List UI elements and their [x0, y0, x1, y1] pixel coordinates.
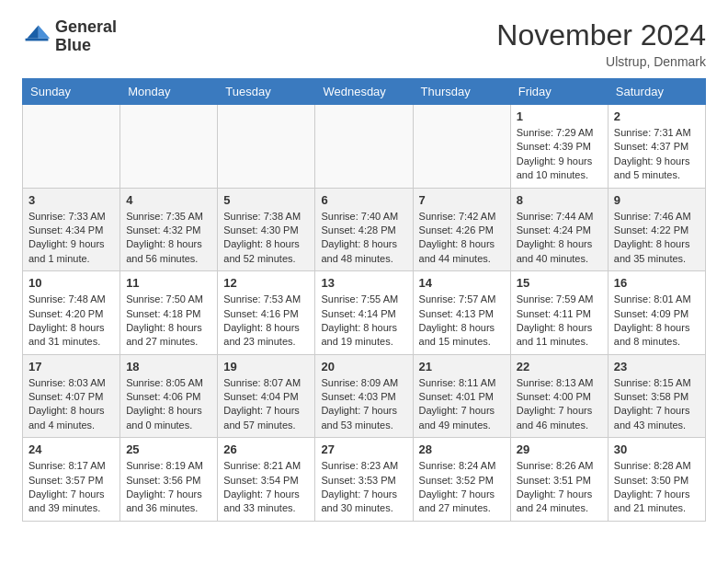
day-info: Sunrise: 7:31 AM Sunset: 4:37 PM Dayligh…: [614, 126, 700, 183]
logo-icon: [22, 22, 51, 52]
day-info: Sunrise: 7:38 AM Sunset: 4:30 PM Dayligh…: [223, 210, 309, 267]
location: Ulstrup, Denmark: [496, 54, 706, 69]
logo-line2: Blue: [55, 37, 117, 55]
day-info: Sunrise: 7:48 AM Sunset: 4:20 PM Dayligh…: [28, 293, 114, 350]
calendar-cell: 3Sunrise: 7:33 AM Sunset: 4:34 PM Daylig…: [23, 188, 120, 271]
day-info: Sunrise: 8:17 AM Sunset: 3:57 PM Dayligh…: [28, 459, 114, 516]
day-number: 15: [517, 276, 602, 290]
day-info: Sunrise: 8:13 AM Sunset: 4:00 PM Dayligh…: [517, 376, 602, 433]
day-info: Sunrise: 7:57 AM Sunset: 4:13 PM Dayligh…: [419, 293, 505, 350]
month-title: November 2024: [496, 18, 706, 52]
calendar-cell: 9Sunrise: 7:46 AM Sunset: 4:22 PM Daylig…: [608, 188, 705, 271]
day-number: 28: [419, 442, 505, 456]
day-info: Sunrise: 7:40 AM Sunset: 4:28 PM Dayligh…: [321, 210, 406, 267]
header: General Blue November 2024 Ulstrup, Denm…: [22, 18, 706, 69]
day-number: 9: [614, 193, 700, 207]
weekday-header: Saturday: [608, 79, 705, 105]
calendar-cell: 30Sunrise: 8:28 AM Sunset: 3:50 PM Dayli…: [608, 438, 705, 522]
day-info: Sunrise: 8:23 AM Sunset: 3:53 PM Dayligh…: [321, 459, 406, 516]
calendar-cell: 22Sunrise: 8:13 AM Sunset: 4:00 PM Dayli…: [510, 354, 608, 438]
calendar-cell: 26Sunrise: 8:21 AM Sunset: 3:54 PM Dayli…: [218, 438, 315, 522]
calendar-cell: 6Sunrise: 7:40 AM Sunset: 4:28 PM Daylig…: [315, 188, 413, 271]
calendar-week-row: 10Sunrise: 7:48 AM Sunset: 4:20 PM Dayli…: [23, 271, 706, 355]
calendar-cell: 8Sunrise: 7:44 AM Sunset: 4:24 PM Daylig…: [510, 188, 608, 271]
calendar-cell: 1Sunrise: 7:29 AM Sunset: 4:39 PM Daylig…: [510, 105, 608, 189]
day-info: Sunrise: 7:29 AM Sunset: 4:39 PM Dayligh…: [517, 126, 602, 183]
calendar-cell: 10Sunrise: 7:48 AM Sunset: 4:20 PM Dayli…: [23, 271, 120, 355]
day-info: Sunrise: 8:05 AM Sunset: 4:06 PM Dayligh…: [126, 376, 211, 433]
day-info: Sunrise: 7:53 AM Sunset: 4:16 PM Dayligh…: [223, 293, 309, 350]
day-number: 8: [517, 193, 602, 207]
calendar-cell: [413, 105, 510, 189]
weekday-header: Friday: [510, 79, 608, 105]
day-number: 17: [28, 360, 114, 373]
day-info: Sunrise: 8:09 AM Sunset: 4:03 PM Dayligh…: [321, 376, 406, 433]
calendar-cell: 25Sunrise: 8:19 AM Sunset: 3:56 PM Dayli…: [120, 438, 218, 522]
day-info: Sunrise: 7:59 AM Sunset: 4:11 PM Dayligh…: [517, 293, 602, 350]
calendar-cell: 2Sunrise: 7:31 AM Sunset: 4:37 PM Daylig…: [608, 105, 705, 189]
calendar-cell: 5Sunrise: 7:38 AM Sunset: 4:30 PM Daylig…: [218, 188, 315, 271]
day-number: 11: [126, 276, 211, 290]
calendar-header: SundayMondayTuesdayWednesdayThursdayFrid…: [23, 79, 706, 105]
day-number: 30: [614, 442, 700, 456]
calendar-cell: 7Sunrise: 7:42 AM Sunset: 4:26 PM Daylig…: [413, 188, 510, 271]
day-number: 7: [419, 193, 505, 207]
svg-marker-0: [39, 25, 50, 38]
calendar-cell: 27Sunrise: 8:23 AM Sunset: 3:53 PM Dayli…: [315, 438, 413, 522]
calendar-cell: 28Sunrise: 8:24 AM Sunset: 3:52 PM Dayli…: [413, 438, 510, 522]
day-number: 29: [517, 442, 602, 456]
day-number: 22: [517, 360, 602, 373]
calendar-cell: 15Sunrise: 7:59 AM Sunset: 4:11 PM Dayli…: [510, 271, 608, 355]
day-number: 27: [321, 442, 406, 456]
day-number: 3: [28, 193, 114, 207]
day-number: 16: [614, 276, 700, 290]
calendar-cell: 14Sunrise: 7:57 AM Sunset: 4:13 PM Dayli…: [413, 271, 510, 355]
calendar-cell: [23, 105, 120, 189]
day-number: 23: [614, 360, 700, 373]
day-number: 20: [321, 360, 406, 373]
weekday-header: Thursday: [413, 79, 510, 105]
calendar-cell: 24Sunrise: 8:17 AM Sunset: 3:57 PM Dayli…: [23, 438, 120, 522]
calendar-week-row: 3Sunrise: 7:33 AM Sunset: 4:34 PM Daylig…: [23, 188, 706, 271]
day-info: Sunrise: 7:35 AM Sunset: 4:32 PM Dayligh…: [126, 210, 211, 267]
day-number: 5: [223, 193, 309, 207]
calendar-cell: 12Sunrise: 7:53 AM Sunset: 4:16 PM Dayli…: [218, 271, 315, 355]
logo: General Blue: [22, 18, 117, 55]
calendar-week-row: 1Sunrise: 7:29 AM Sunset: 4:39 PM Daylig…: [23, 105, 706, 189]
weekday-header: Tuesday: [218, 79, 315, 105]
calendar-cell: 18Sunrise: 8:05 AM Sunset: 4:06 PM Dayli…: [120, 354, 218, 438]
day-number: 10: [28, 276, 114, 290]
day-number: 12: [223, 276, 309, 290]
title-area: November 2024 Ulstrup, Denmark: [496, 18, 706, 69]
day-info: Sunrise: 8:24 AM Sunset: 3:52 PM Dayligh…: [419, 459, 505, 516]
day-info: Sunrise: 8:11 AM Sunset: 4:01 PM Dayligh…: [419, 376, 505, 433]
weekday-header: Monday: [120, 79, 218, 105]
calendar-cell: 19Sunrise: 8:07 AM Sunset: 4:04 PM Dayli…: [218, 354, 315, 438]
calendar-cell: 17Sunrise: 8:03 AM Sunset: 4:07 PM Dayli…: [23, 354, 120, 438]
calendar-cell: 16Sunrise: 8:01 AM Sunset: 4:09 PM Dayli…: [608, 271, 705, 355]
calendar-cell: 21Sunrise: 8:11 AM Sunset: 4:01 PM Dayli…: [413, 354, 510, 438]
svg-marker-1: [27, 25, 38, 38]
logo-text: General Blue: [55, 18, 117, 55]
day-info: Sunrise: 8:01 AM Sunset: 4:09 PM Dayligh…: [614, 293, 700, 350]
day-info: Sunrise: 7:55 AM Sunset: 4:14 PM Dayligh…: [321, 293, 406, 350]
day-info: Sunrise: 7:42 AM Sunset: 4:26 PM Dayligh…: [419, 210, 505, 267]
calendar-body: 1Sunrise: 7:29 AM Sunset: 4:39 PM Daylig…: [23, 105, 706, 522]
calendar-cell: 23Sunrise: 8:15 AM Sunset: 3:58 PM Dayli…: [608, 354, 705, 438]
day-number: 19: [223, 360, 309, 373]
day-info: Sunrise: 7:46 AM Sunset: 4:22 PM Dayligh…: [614, 210, 700, 267]
calendar-cell: 4Sunrise: 7:35 AM Sunset: 4:32 PM Daylig…: [120, 188, 218, 271]
day-number: 6: [321, 193, 406, 207]
calendar-cell: [218, 105, 315, 189]
day-number: 13: [321, 276, 406, 290]
day-info: Sunrise: 7:50 AM Sunset: 4:18 PM Dayligh…: [126, 293, 211, 350]
calendar-week-row: 24Sunrise: 8:17 AM Sunset: 3:57 PM Dayli…: [23, 438, 706, 522]
calendar: SundayMondayTuesdayWednesdayThursdayFrid…: [22, 78, 706, 522]
svg-rect-2: [26, 39, 49, 41]
day-info: Sunrise: 7:44 AM Sunset: 4:24 PM Dayligh…: [517, 210, 602, 267]
day-number: 1: [517, 109, 602, 123]
day-info: Sunrise: 8:26 AM Sunset: 3:51 PM Dayligh…: [517, 459, 602, 516]
day-number: 4: [126, 193, 211, 207]
weekday-header: Sunday: [23, 79, 120, 105]
calendar-cell: 29Sunrise: 8:26 AM Sunset: 3:51 PM Dayli…: [510, 438, 608, 522]
